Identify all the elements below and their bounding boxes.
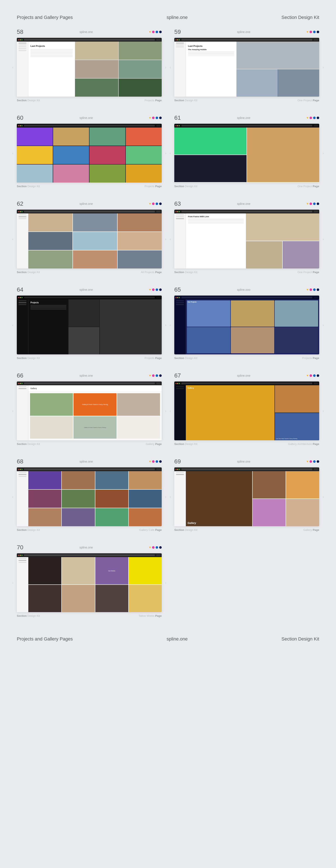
mock-59: Last Projects The Amazing Hubble (174, 38, 319, 97)
section-text: Section (174, 528, 184, 531)
sidebar-line (176, 216, 184, 217)
dot-darkblue-icon (317, 31, 319, 33)
dot-darkblue-icon (159, 288, 162, 291)
card-62-number: 62 (17, 200, 23, 207)
sidebar-line (176, 386, 184, 387)
dot-pink-icon (309, 374, 312, 377)
color-block: Our Projects (187, 301, 231, 327)
label-page: Gallery Architecture Page (288, 442, 319, 445)
gallery-block: Gallery & Fresh Travel in Fancy Filming (73, 393, 116, 416)
nav-bar (181, 39, 312, 40)
img-block (95, 471, 128, 489)
arrow-left-icon[interactable]: ‹ (170, 409, 171, 413)
mock-sidebar (17, 471, 28, 526)
arrow-right-icon[interactable]: › (165, 65, 166, 69)
arrow-right-icon[interactable]: › (323, 409, 324, 413)
gallery-title: Gallery (187, 522, 196, 525)
color-block (53, 164, 89, 183)
nav-dot-green (22, 469, 23, 470)
arrow-left-icon[interactable]: ‹ (12, 581, 13, 585)
arrow-left-icon[interactable]: ‹ (12, 237, 13, 241)
mock-content-68 (28, 471, 162, 526)
sidebar-line (176, 472, 184, 473)
img-block (68, 327, 99, 354)
arrow-right-icon[interactable]: › (165, 581, 166, 585)
nav-bar (24, 468, 155, 470)
dot-blue-icon (313, 31, 316, 33)
line (30, 51, 73, 51)
arrow-left-icon[interactable]: ‹ (170, 237, 171, 241)
arrow-left-icon[interactable]: ‹ (170, 323, 171, 327)
card-70-number: 70 (17, 544, 23, 551)
arrow-right-icon[interactable]: › (165, 237, 166, 241)
nav-dot-red (176, 469, 177, 470)
mock-nav (174, 38, 319, 41)
color-block (275, 301, 318, 327)
line (30, 309, 66, 309)
card-67-meta: 67 spline.one ♥ (174, 372, 319, 379)
arrow-left-icon[interactable]: ‹ (12, 409, 13, 413)
mock-nav (17, 467, 162, 471)
card-63-meta: 63 spline.one ♥ (174, 200, 319, 207)
heart-icon: ♥ (306, 116, 308, 120)
card-58: 58 spline.one ♥ ‹ (17, 29, 162, 102)
nav-dot-red (18, 383, 19, 384)
img-block (283, 241, 319, 269)
card-58-labels: Section Design Kit Projects Page (17, 99, 162, 102)
nav-dot-green (22, 383, 23, 384)
section-text: Section (174, 271, 184, 274)
arrow-right-icon[interactable]: › (165, 409, 166, 413)
mock-sidebar (17, 385, 28, 440)
img-block (118, 213, 162, 231)
card-65-screenshot-wrapper: ‹ (174, 296, 319, 354)
dot-pink-icon (309, 288, 312, 291)
arrow-right-icon[interactable]: › (323, 65, 324, 69)
nav-dot-green (179, 211, 180, 212)
nav-dot-green (179, 469, 180, 470)
arrow-left-icon[interactable]: ‹ (170, 151, 171, 155)
nav-dot-yellow (20, 383, 21, 384)
arrow-left-icon[interactable]: ‹ (12, 151, 13, 155)
sidebar-line (19, 476, 27, 477)
card-63-screenshot-wrapper: ‹ (174, 210, 319, 269)
img-block (28, 213, 72, 231)
arrow-right-icon[interactable]: › (323, 495, 324, 499)
arrow-right-icon[interactable]: › (165, 495, 166, 499)
mock-64: Projects (17, 296, 162, 354)
nav-bar (24, 39, 155, 40)
dot-pink-icon (152, 546, 155, 549)
arrow-left-icon[interactable]: ‹ (170, 495, 171, 499)
arrow-right-icon[interactable]: › (323, 151, 324, 155)
arrow-left-icon[interactable]: ‹ (12, 495, 13, 499)
label-page: Projects Page (302, 356, 319, 360)
arrow-right-icon[interactable]: › (323, 237, 324, 241)
mock-sidebar (17, 41, 28, 97)
label-section: Section Design Kit (17, 442, 40, 445)
dot-darkblue-icon (159, 460, 162, 463)
arrow-right-icon[interactable]: › (165, 151, 166, 155)
arrow-left-icon[interactable]: ‹ (12, 65, 13, 69)
dot-blue-icon (156, 546, 158, 549)
mock-content-69: Gallery (186, 471, 319, 526)
gallery-arch-block: Gallery (186, 385, 274, 440)
img-block (119, 41, 162, 60)
card-62-icons: ♥ (149, 202, 162, 206)
nav-dot-green (22, 39, 23, 40)
card-68: 68 spline.one ♥ ‹ (17, 458, 162, 531)
arrow-right-icon[interactable]: › (323, 323, 324, 327)
card-66-icons: ♥ (149, 374, 162, 377)
nav-dot-red (18, 211, 19, 212)
dot-pink-icon (309, 31, 312, 33)
card-58-screenshot: Last Projects (17, 38, 162, 97)
color-block (53, 127, 89, 146)
arrow-right-icon[interactable]: › (165, 323, 166, 327)
card-64-site: spline.one (80, 288, 93, 291)
card-67-screenshot: Gallery Live Your New Travel in Fancy Fi… (174, 381, 319, 440)
card-65-meta: 65 spline.ooo ♥ (174, 286, 319, 293)
img-block (118, 250, 162, 269)
arrow-left-icon[interactable]: ‹ (170, 65, 171, 69)
card-59: 59 spline.one ♥ ‹ (174, 29, 319, 102)
arrow-left-icon[interactable]: ‹ (12, 323, 13, 327)
panel-title: Projects (30, 302, 66, 304)
page-text: Page (155, 99, 162, 102)
